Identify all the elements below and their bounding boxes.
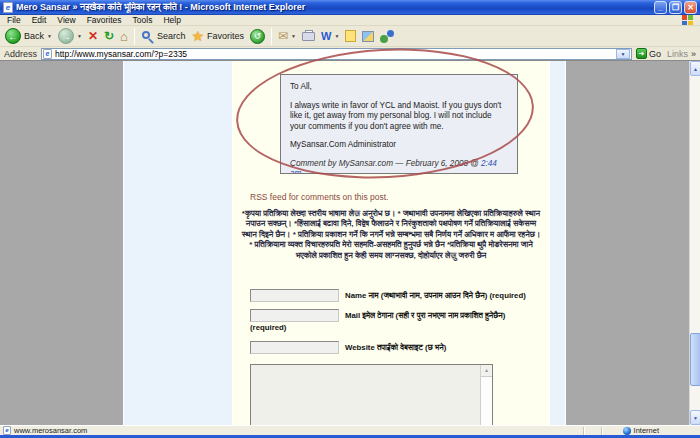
- search-button[interactable]: Search: [141, 30, 186, 43]
- minimize-button[interactable]: _: [654, 1, 667, 14]
- history-button[interactable]: ↺: [250, 29, 265, 44]
- back-dropdown-icon[interactable]: ▼: [47, 33, 52, 39]
- edit-with-word-button[interactable]: W ▼: [321, 30, 339, 42]
- menu-help[interactable]: Help: [163, 15, 180, 25]
- forward-icon: →: [58, 28, 74, 44]
- menu-file[interactable]: File: [7, 15, 21, 25]
- go-arrow-icon: ➜: [636, 48, 647, 59]
- status-bar: e www.merosansar.com Internet: [0, 425, 700, 435]
- address-input[interactable]: e http://www.mysansar.com/?p=2335 ▼: [41, 48, 632, 60]
- back-button[interactable]: ← Back ▼: [5, 28, 52, 44]
- links-chevron-icon: »: [691, 49, 696, 59]
- scroll-down-icon[interactable]: ▼: [690, 410, 700, 425]
- mail-input[interactable]: [250, 309, 339, 322]
- links-bar[interactable]: Links »: [667, 49, 696, 59]
- search-icon: [141, 30, 154, 43]
- menu-view[interactable]: View: [57, 15, 75, 25]
- edit-dropdown-icon[interactable]: ▼: [334, 33, 339, 39]
- menu-favorites[interactable]: Favorites: [87, 15, 122, 25]
- internet-globe-icon: [623, 427, 631, 435]
- mail-icon: ✉: [278, 30, 288, 42]
- forward-button[interactable]: → ▼: [58, 28, 82, 44]
- page-favicon-icon: e: [43, 49, 52, 59]
- favorites-button[interactable]: ★ Favorites: [191, 30, 244, 43]
- comment-body: I always write in favor of YCL and Maois…: [290, 101, 508, 133]
- media-icon[interactable]: [362, 31, 374, 42]
- address-url: http://www.mysansar.com/?p=2335: [55, 49, 613, 59]
- rss-feed-link[interactable]: RSS feed for comments on this post.: [250, 192, 388, 202]
- go-button[interactable]: ➜ Go: [636, 48, 661, 59]
- discuss-icon[interactable]: [345, 30, 356, 42]
- browser-viewport: To All, I always write in favor of YCL a…: [0, 60, 700, 425]
- print-button[interactable]: [302, 32, 315, 41]
- favorites-star-icon: ★: [191, 30, 204, 43]
- status-pane: [601, 427, 619, 435]
- restore-button[interactable]: ❐: [669, 1, 682, 14]
- title-bar: e Mero Sansar » नइखेका कति भूमिका रहन् क…: [0, 0, 700, 15]
- messenger-icon[interactable]: [380, 30, 394, 43]
- back-icon: ←: [5, 28, 21, 44]
- toolbar-separator: [134, 28, 135, 45]
- textarea-scrollbar[interactable]: ▲: [480, 365, 492, 425]
- page-main-column: To All, I always write in favor of YCL a…: [233, 61, 549, 425]
- ie-page-icon: e: [3, 2, 13, 13]
- status-page-icon: e: [3, 426, 11, 435]
- mail-label: Mail इमेल ठेगाना (सही र पुरा नभएमा नाम प…: [345, 311, 547, 321]
- textarea-scroll-up-icon[interactable]: ▲: [481, 365, 492, 377]
- website-label: Website तपाईंको वेबसाइट (छ भने): [345, 343, 547, 353]
- address-bar: Address e http://www.mysansar.com/?p=233…: [0, 47, 700, 60]
- name-label: Name नाम (जथाभावी नाम, उपनाम आउन दिने छै…: [345, 291, 547, 301]
- refresh-button[interactable]: ↻: [104, 29, 114, 43]
- word-icon: W: [321, 30, 331, 42]
- name-input[interactable]: [250, 289, 339, 302]
- toolbar-separator: [271, 28, 272, 45]
- comment-signature: MySansar.Com Administrator: [290, 140, 508, 151]
- mail-required-label: (required): [250, 323, 330, 333]
- comment-meta: Comment by MySansar.com — February 6, 20…: [290, 159, 508, 175]
- comment-policy-text: *कृपया प्रतिक्रिया लेख्दा स्तरीय भाषामा …: [240, 209, 542, 261]
- comment-box: To All, I always write in favor of YCL a…: [280, 74, 518, 174]
- website-input[interactable]: [250, 341, 339, 354]
- browser-scrollbar[interactable]: ▲ ▼: [689, 61, 700, 425]
- menu-bar: File Edit View Favorites Tools Help: [0, 15, 700, 26]
- status-zone-label: Internet: [634, 426, 659, 435]
- scrollbar-thumb[interactable]: [690, 333, 700, 386]
- toolbar: ← Back ▼ → ▼ ✕ ↻ ⌂ Search ★ Favorites ↺ …: [0, 26, 700, 47]
- comment-textarea[interactable]: ▲: [250, 364, 493, 425]
- address-label: Address: [4, 49, 37, 59]
- menu-edit[interactable]: Edit: [32, 15, 47, 25]
- windows-logo-icon: [682, 15, 693, 25]
- status-zone: Internet: [623, 426, 659, 435]
- window-title: Mero Sansar » नइखेका कति भूमिका रहन् कति…: [16, 2, 651, 13]
- mail-button[interactable]: ✉ ▼: [278, 30, 296, 42]
- status-text: www.merosansar.com: [14, 426, 87, 435]
- home-button[interactable]: ⌂: [120, 30, 128, 43]
- comment-salutation: To All,: [290, 82, 508, 93]
- page-right-gutter: [549, 61, 566, 425]
- mail-dropdown-icon[interactable]: ▼: [291, 33, 296, 39]
- forward-dropdown-icon[interactable]: ▼: [77, 33, 82, 39]
- scroll-up-icon[interactable]: ▲: [690, 61, 700, 76]
- address-dropdown-icon[interactable]: ▼: [616, 49, 630, 59]
- stop-button[interactable]: ✕: [88, 29, 98, 43]
- status-pane: [583, 427, 601, 435]
- page-left-sidebar: [123, 61, 233, 425]
- print-icon: [302, 32, 315, 41]
- close-button[interactable]: ✕: [684, 1, 697, 14]
- menu-tools[interactable]: Tools: [133, 15, 153, 25]
